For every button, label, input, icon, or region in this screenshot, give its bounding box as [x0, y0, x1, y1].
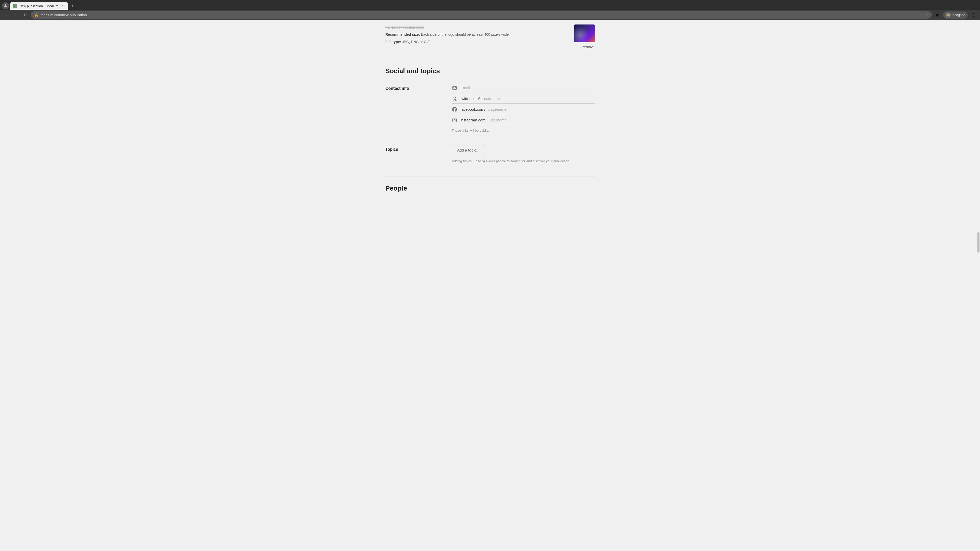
svg-point-3: [454, 119, 455, 121]
recommended-label: Recommended size:: [385, 32, 420, 37]
top-text-area: transparent background. Recommended size…: [385, 24, 564, 49]
address-bar[interactable]: 🔒 medium.com/new-publication ☆: [30, 11, 932, 19]
favicon-dot: [14, 5, 16, 7]
svg-point-4: [455, 119, 456, 119]
svg-point-0: [5, 4, 6, 6]
forward-button[interactable]: ›: [12, 11, 19, 19]
recommended-size-text: Recommended size: Each side of the logo …: [385, 32, 564, 37]
address-right-icons: ☆: [924, 13, 928, 17]
instagram-row: instagram.com/: [452, 116, 595, 125]
svg-rect-2: [453, 118, 457, 122]
scrollbar-thumb[interactable]: [977, 232, 980, 252]
facebook-prefix: facebook.com/: [460, 107, 485, 111]
contact-info-section: Contact info: [385, 84, 595, 132]
star-icon[interactable]: ☆: [924, 13, 928, 17]
filetype-label: File type:: [385, 40, 401, 44]
profile-button[interactable]: [2, 2, 9, 10]
reload-button[interactable]: ↻: [21, 11, 29, 19]
email-icon: [452, 85, 457, 91]
facebook-icon: [452, 106, 457, 112]
topics-fields: Add a topic... Adding topics (up to 5) a…: [452, 145, 595, 164]
incognito-button[interactable]: 🕵 Incognito: [943, 11, 968, 19]
filetype-value: JPG, PNG or GIF: [402, 40, 430, 44]
logo-image: [574, 24, 595, 42]
contact-info-fields: twitter.com/ facebook.com/: [452, 84, 595, 132]
back-button[interactable]: ‹: [3, 11, 10, 19]
tab-title: New publication – Medium: [19, 4, 58, 8]
filetype-text: File type: JPG, PNG or GIF: [385, 39, 564, 44]
logo-image-inner: [574, 24, 595, 42]
facebook-input[interactable]: [488, 106, 595, 113]
instagram-icon: [452, 118, 457, 123]
extensions-button[interactable]: ⊞: [934, 11, 941, 19]
social-topics-heading: Social and topics: [385, 67, 595, 75]
active-tab[interactable]: New publication – Medium ×: [10, 2, 68, 10]
twitter-input[interactable]: [483, 95, 595, 102]
incognito-icon: 🕵: [945, 13, 951, 17]
topics-note: Adding topics (up to 5) allows people to…: [452, 159, 595, 164]
public-note: These links will be public.: [452, 129, 595, 132]
tab-favicon: [13, 4, 18, 8]
twitter-icon: [452, 96, 457, 102]
page-content: transparent background. Recommended size…: [375, 19, 605, 208]
browser-chrome: New publication – Medium × + ‹ › ↻ 🔒 med…: [0, 0, 980, 20]
twitter-prefix: twitter.com/: [460, 97, 480, 101]
recommended-value: Each side of the logo should be at least…: [421, 32, 509, 37]
browser-toolbar: ‹ › ↻ 🔒 medium.com/new-publication ☆ ⊞ 🕵…: [0, 10, 980, 20]
remove-button[interactable]: Remove: [581, 45, 595, 49]
email-input[interactable]: [460, 84, 595, 92]
people-section: People: [385, 176, 595, 192]
facebook-row: facebook.com/: [452, 106, 595, 114]
incognito-label: Incognito: [952, 13, 965, 17]
scrollbar[interactable]: [977, 19, 980, 551]
email-row: [452, 84, 595, 93]
tab-bar: New publication – Medium × +: [0, 0, 980, 10]
more-button[interactable]: ⋮: [970, 11, 977, 19]
tab-close-button[interactable]: ×: [60, 3, 65, 8]
top-section: transparent background. Recommended size…: [385, 24, 595, 57]
contact-info-label: Contact info: [385, 84, 436, 132]
page-wrapper: transparent background. Recommended size…: [0, 19, 980, 551]
strikethrough-text: transparent background.: [385, 24, 564, 30]
topics-section: Topics Add a topic... Adding topics (up …: [385, 145, 595, 164]
instagram-input[interactable]: [490, 116, 595, 124]
new-tab-button[interactable]: +: [69, 2, 76, 10]
twitter-row: twitter.com/: [452, 95, 595, 103]
lock-icon: 🔒: [34, 13, 38, 17]
top-image-area: Remove: [574, 24, 595, 49]
add-topic-button[interactable]: Add a topic...: [452, 145, 485, 155]
instagram-prefix: instagram.com/: [460, 118, 487, 122]
topics-label: Topics: [385, 145, 436, 164]
url-text: medium.com/new-publication: [41, 13, 923, 17]
people-heading: People: [385, 184, 595, 192]
